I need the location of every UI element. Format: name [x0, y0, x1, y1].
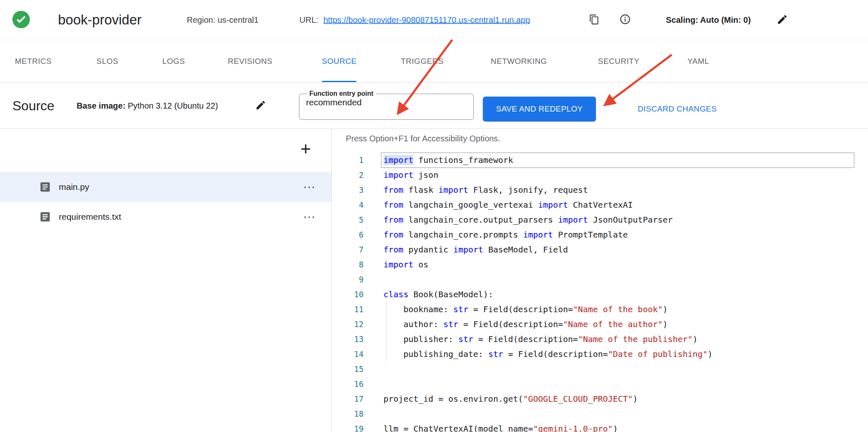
line-number: 11	[332, 302, 364, 317]
info-icon	[620, 14, 631, 26]
code-line-1[interactable]: 1import functions_framework	[332, 153, 868, 167]
file-name: main.py	[59, 182, 89, 192]
code-line-8[interactable]: 8import os	[332, 257, 868, 272]
info-button[interactable]	[618, 13, 632, 27]
url-label: URL:	[299, 15, 318, 25]
service-name: book-provider	[58, 12, 142, 28]
tab-slos[interactable]: SLOS	[96, 40, 118, 82]
service-url-link[interactable]: https://book-provider-908087151170.us-ce…	[323, 15, 530, 25]
code-line-2[interactable]: 2import json	[332, 167, 868, 182]
code-line-content: class Book(BaseModel):	[383, 287, 868, 302]
region-text: Region: us-central1	[187, 15, 258, 25]
file-more-button[interactable]: ⋯	[303, 213, 316, 221]
code-line-content: from langchain_core.prompts import Promp…	[383, 227, 868, 242]
code-line-14[interactable]: 14 publishing_date: str = Field(descript…	[332, 347, 868, 362]
code-line-3[interactable]: 3from flask import Flask, jsonify, reque…	[332, 182, 868, 197]
accessibility-hint: Press Option+F1 for Accessibility Option…	[346, 134, 500, 143]
line-number: 12	[332, 317, 364, 332]
edit-base-image-button[interactable]	[253, 99, 268, 113]
code-line-10[interactable]: 10class Book(BaseModel):	[332, 287, 868, 302]
code-line-9[interactable]: 9	[332, 272, 868, 287]
section-title: Source	[12, 98, 54, 113]
code-line-content: import os	[383, 257, 868, 272]
line-number: 15	[332, 362, 364, 376]
file-list: main.py⋯requirements.txt⋯	[0, 172, 331, 232]
add-file-button[interactable]: +	[297, 140, 315, 158]
code-line-12[interactable]: 12 author: str = Field(description="Name…	[332, 317, 868, 332]
file-icon	[39, 181, 51, 193]
code-line-18[interactable]: 18	[332, 406, 868, 421]
file-icon	[39, 211, 51, 223]
save-and-redeploy-button[interactable]: SAVE AND REDEPLOY	[483, 97, 596, 121]
tab-triggers[interactable]: TRIGGERS	[401, 40, 444, 82]
code-line-content: from pydantic import BaseModel, Field	[383, 242, 868, 257]
code-line-16[interactable]: 16	[332, 376, 868, 391]
code-line-11[interactable]: 11 bookname: str = Field(description="Na…	[332, 302, 868, 317]
status-ok-icon	[12, 10, 31, 29]
base-image-text: Base image: Python 3.12 (Ubuntu 22)	[77, 101, 218, 110]
header: book-provider Region: us-central1 URL: h…	[0, 0, 868, 40]
line-number: 19	[332, 421, 364, 432]
code-line-15[interactable]: 15	[332, 362, 868, 376]
line-number: 14	[332, 347, 364, 362]
code-line-content: project_id = os.environ.get("GOOGLE_CLOU…	[383, 391, 868, 406]
tab-bar: METRICSSLOSLOGSREVISIONSSOURCETRIGGERSNE…	[0, 40, 868, 83]
file-name: requirements.txt	[59, 212, 121, 222]
line-number: 18	[332, 406, 364, 421]
line-number: 13	[332, 332, 364, 347]
code-line-17[interactable]: 17project_id = os.environ.get("GOOGLE_CL…	[332, 391, 868, 406]
code-line-content: import functions_framework	[383, 153, 868, 167]
tab-metrics[interactable]: METRICS	[15, 40, 52, 82]
code-lines: 1import functions_framework2import json3…	[332, 153, 868, 432]
line-number: 17	[332, 391, 364, 406]
code-line-content: from langchain_core.output_parsers impor…	[383, 212, 868, 227]
pencil-icon	[255, 100, 266, 112]
entry-point-label: Function entry point	[307, 90, 376, 97]
code-line-content	[383, 376, 868, 391]
line-number: 2	[332, 167, 364, 182]
pencil-icon	[776, 14, 788, 27]
tab-revisions[interactable]: REVISIONS	[228, 40, 272, 82]
code-line-content	[383, 362, 868, 376]
tab-networking[interactable]: NETWORKING	[491, 40, 547, 82]
code-line-content: llm = ChatVertexAI(model_name="gemini-1.…	[383, 421, 868, 432]
code-line-content	[383, 406, 868, 421]
discard-changes-button[interactable]: DISCARD CHANGES	[638, 97, 717, 121]
file-item-requirements-txt[interactable]: requirements.txt⋯	[0, 202, 331, 232]
file-panel: + main.py⋯requirements.txt⋯	[0, 129, 332, 432]
code-line-content: publisher: str = Field(description="Name…	[383, 332, 868, 347]
file-more-button[interactable]: ⋯	[303, 183, 316, 191]
line-number: 8	[332, 257, 364, 272]
line-number: 7	[332, 242, 364, 257]
code-editor[interactable]: Press Option+F1 for Accessibility Option…	[332, 129, 868, 432]
code-line-5[interactable]: 5from langchain_core.output_parsers impo…	[332, 212, 868, 227]
code-line-4[interactable]: 4from langchain_google_vertexai import C…	[332, 197, 868, 212]
scaling-text: Scaling: Auto (Min: 0)	[666, 15, 751, 25]
source-toolbar: Source Base image: Python 3.12 (Ubuntu 2…	[0, 83, 868, 129]
entry-point-field: Function entry point	[299, 90, 474, 120]
edit-scaling-button[interactable]	[775, 13, 789, 27]
file-item-main-py[interactable]: main.py⋯	[0, 172, 331, 202]
copy-url-button[interactable]	[587, 13, 601, 27]
code-line-content: author: str = Field(description="Name of…	[383, 317, 868, 332]
line-number: 6	[332, 227, 364, 242]
code-line-content: from flask import Flask, jsonify, reques…	[383, 182, 868, 197]
line-number: 3	[332, 182, 364, 197]
code-line-6[interactable]: 6from langchain_core.prompts import Prom…	[332, 227, 868, 242]
entry-point-input[interactable]	[305, 97, 468, 112]
line-number: 4	[332, 197, 364, 212]
line-number: 10	[332, 287, 364, 302]
code-line-19[interactable]: 19llm = ChatVertexAI(model_name="gemini-…	[332, 421, 868, 432]
code-line-content: publishing_date: str = Field(description…	[383, 347, 868, 362]
tab-source[interactable]: SOURCE	[322, 40, 357, 82]
tab-yaml[interactable]: YAML	[687, 40, 709, 82]
code-line-13[interactable]: 13 publisher: str = Field(description="N…	[332, 332, 868, 347]
line-number: 5	[332, 212, 364, 227]
code-line-content	[383, 272, 868, 287]
line-number: 1	[332, 153, 364, 167]
code-line-content: bookname: str = Field(description="Name …	[383, 302, 868, 317]
code-line-7[interactable]: 7from pydantic import BaseModel, Field	[332, 242, 868, 257]
copy-icon	[589, 14, 600, 26]
tab-logs[interactable]: LOGS	[162, 40, 185, 82]
tab-security[interactable]: SECURITY	[598, 40, 639, 82]
